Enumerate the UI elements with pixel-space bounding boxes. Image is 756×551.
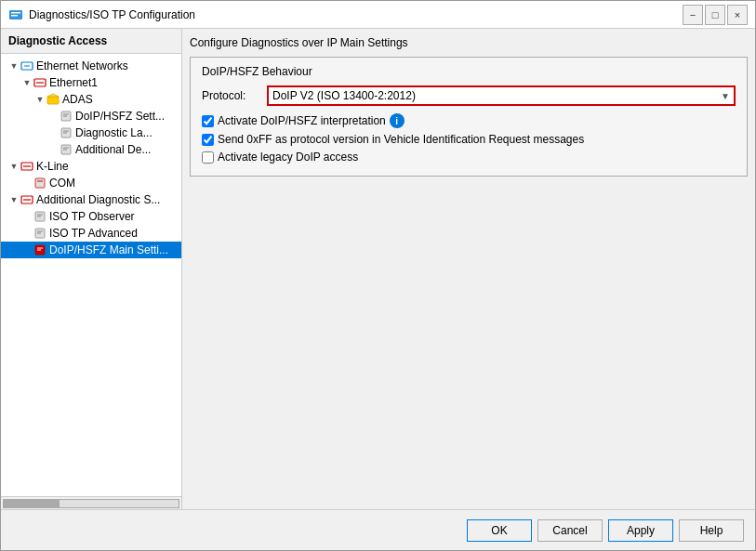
- ethernet1-icon: [33, 75, 47, 90]
- apply-button[interactable]: Apply: [608, 519, 673, 542]
- tree-item-k-line[interactable]: ▼ K-Line: [1, 158, 181, 175]
- section-title: DoIP/HSFZ Behaviour: [202, 65, 736, 78]
- additional-diagnostic-s-icon: [20, 192, 34, 207]
- right-panel-header: Configure Diagnostics over IP Main Setti…: [190, 36, 748, 49]
- app-icon: [8, 7, 23, 22]
- protocol-dropdown-container: DoIP V2 (ISO 13400-2:2012) ▼: [267, 85, 736, 106]
- protocol-dropdown[interactable]: DoIP V2 (ISO 13400-2:2012) ▼: [267, 85, 736, 106]
- tree-item-ethernet1[interactable]: ▼ Ethernet1: [1, 74, 181, 91]
- tree-label-iso-tp-observer: ISO TP Observer: [49, 210, 135, 223]
- svg-rect-1: [11, 12, 20, 14]
- expand-ethernet1[interactable]: ▼: [21, 77, 33, 88]
- adas-icon: [46, 92, 60, 107]
- title-bar: Diagnostics/ISO TP Configuration − □ ×: [1, 1, 755, 29]
- svg-rect-4: [24, 65, 30, 67]
- checkbox-label-send-oxff[interactable]: Send 0xFF as protocol version in Vehicle…: [218, 133, 584, 146]
- svg-rect-7: [47, 97, 59, 104]
- right-panel: Configure Diagnostics over IP Main Setti…: [182, 29, 755, 509]
- protocol-value: DoIP V2 (ISO 13400-2:2012): [272, 89, 416, 102]
- iso-tp-advanced-icon: [33, 226, 47, 241]
- minimize-button[interactable]: −: [683, 5, 703, 25]
- maximize-button[interactable]: □: [705, 5, 725, 25]
- tree-item-iso-tp-observer[interactable]: ISO TP Observer: [1, 208, 181, 225]
- expand-adas[interactable]: ▼: [34, 94, 46, 105]
- iso-tp-observer-icon: [33, 209, 47, 224]
- tree-label-adas: ADAS: [62, 93, 93, 106]
- ethernet-networks-icon: [20, 59, 34, 73]
- title-bar-controls: − □ ×: [683, 5, 748, 25]
- expand-iso-tp-advanced: [21, 228, 33, 239]
- cancel-button[interactable]: Cancel: [537, 519, 603, 542]
- close-button[interactable]: ×: [727, 5, 748, 25]
- tree-label-iso-tp-advanced: ISO TP Advanced: [49, 227, 138, 240]
- info-icon-activate-doip[interactable]: i: [390, 113, 405, 128]
- doip-main-settings-icon: [33, 243, 47, 257]
- tree-label-doip-settings: DoIP/HSFZ Sett...: [75, 110, 165, 123]
- tree-label-additional-de: Additional De...: [75, 143, 151, 156]
- tree-item-doip-settings[interactable]: DoIP/HSFZ Sett...: [1, 108, 181, 125]
- tree-item-diagnostic-la[interactable]: Diagnostic La...: [1, 125, 181, 141]
- title-bar-left: Diagnostics/ISO TP Configuration: [8, 7, 195, 22]
- checkbox-row-send-oxff: Send 0xFF as protocol version in Vehicle…: [202, 133, 736, 146]
- additional-de-icon: [59, 142, 73, 157]
- tree-label-com: COM: [49, 177, 75, 190]
- tree-label-ethernet-networks: Ethernet Networks: [36, 59, 128, 72]
- com-icon: [33, 176, 47, 190]
- tree-label-ethernet1: Ethernet1: [49, 76, 98, 89]
- expand-additional-de: [47, 144, 59, 155]
- tree-label-doip-main-settings: DoIP/HSFZ Main Setti...: [49, 243, 168, 256]
- k-line-icon: [20, 159, 34, 174]
- expand-doip-main-settings: [21, 244, 33, 256]
- tree-item-iso-tp-advanced[interactable]: ISO TP Advanced: [1, 225, 181, 242]
- expand-doip-settings: [47, 111, 59, 122]
- tree-item-com[interactable]: COM: [1, 175, 181, 191]
- bottom-bar: OK Cancel Apply Help: [1, 509, 755, 550]
- tree-label-additional-diagnostic-s: Additional Diagnostic S...: [36, 193, 160, 206]
- tree-label-k-line: K-Line: [36, 160, 69, 173]
- expand-iso-tp-observer: [21, 211, 33, 222]
- expand-additional-diagnostic-s[interactable]: ▼: [8, 194, 20, 205]
- expand-k-line[interactable]: ▼: [8, 161, 20, 172]
- checkbox-row-activate-legacy: Activate legacy DoIP access: [202, 151, 736, 164]
- tree-item-additional-de[interactable]: Additional De...: [1, 141, 181, 158]
- checkbox-label-activate-legacy[interactable]: Activate legacy DoIP access: [218, 151, 358, 164]
- left-panel-header: Diagnostic Access: [1, 29, 181, 54]
- expand-com: [21, 177, 33, 189]
- doip-settings-icon: [59, 109, 73, 124]
- main-content: Diagnostic Access ▼ Ethernet Networks ▼: [1, 29, 755, 509]
- tree-container[interactable]: ▼ Ethernet Networks ▼ Ethernet1: [1, 54, 181, 496]
- tree-item-adas[interactable]: ▼ ADAS: [1, 91, 181, 108]
- expand-ethernet-networks[interactable]: ▼: [8, 60, 20, 72]
- expand-diagnostic-la: [47, 127, 59, 138]
- tree-item-ethernet-networks[interactable]: ▼ Ethernet Networks: [1, 58, 181, 74]
- checkbox-row-activate-doip: Activate DoIP/HSFZ interpretation i: [202, 113, 736, 128]
- diagnostic-la-icon: [59, 125, 73, 140]
- doip-behaviour-section: DoIP/HSFZ Behaviour Protocol: DoIP V2 (I…: [190, 57, 748, 177]
- left-panel: Diagnostic Access ▼ Ethernet Networks ▼: [1, 29, 182, 509]
- dropdown-arrow-icon: ▼: [721, 91, 730, 101]
- tree-item-doip-main-settings[interactable]: DoIP/HSFZ Main Setti...: [1, 242, 181, 258]
- main-window: Diagnostics/ISO TP Configuration − □ × D…: [0, 0, 756, 551]
- tree-h-scrollbar-thumb[interactable]: [4, 500, 60, 507]
- svg-rect-20: [35, 178, 45, 188]
- tree-label-diagnostic-la: Diagnostic La...: [75, 126, 153, 139]
- protocol-row: Protocol: DoIP V2 (ISO 13400-2:2012) ▼: [202, 85, 736, 106]
- tree-h-scrollbar[interactable]: [3, 499, 179, 508]
- svg-marker-8: [47, 94, 59, 97]
- checkbox-label-activate-doip[interactable]: Activate DoIP/HSFZ interpretation: [218, 114, 386, 127]
- checkbox-activate-doip[interactable]: [202, 115, 214, 127]
- window-title: Diagnostics/ISO TP Configuration: [29, 8, 195, 21]
- svg-rect-2: [11, 15, 18, 17]
- help-button[interactable]: Help: [679, 519, 744, 542]
- ok-button[interactable]: OK: [467, 519, 532, 542]
- protocol-label: Protocol:: [202, 89, 267, 102]
- tree-item-additional-diagnostic-s[interactable]: ▼ Additional Diagnostic S...: [1, 191, 181, 208]
- checkbox-activate-legacy[interactable]: [202, 151, 214, 164]
- checkbox-send-oxff[interactable]: [202, 134, 214, 146]
- tree-scrollbar-area[interactable]: [1, 496, 181, 509]
